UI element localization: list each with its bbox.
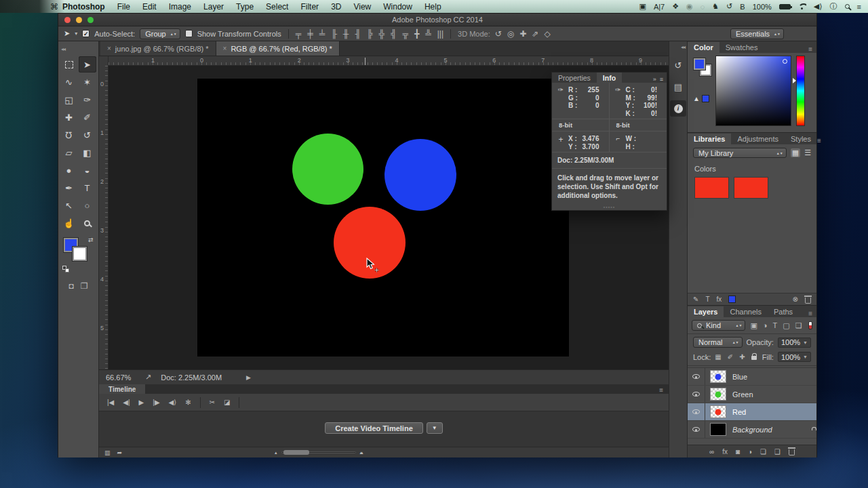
move-tool[interactable]: ➤ — [79, 56, 96, 73]
info-circle-icon[interactable]: ⓘ — [830, 1, 837, 12]
menu-item-help[interactable]: Help — [418, 2, 448, 12]
menu-item-layer[interactable]: Layer — [197, 2, 230, 12]
menu-item-image[interactable]: Image — [163, 2, 197, 12]
color-panel-menu-icon[interactable]: ≡ — [808, 45, 816, 53]
next-frame-icon[interactable]: |▶ — [153, 399, 159, 406]
visibility-cell[interactable] — [688, 386, 705, 403]
tool-preset-caret-icon[interactable]: ▾ — [75, 30, 77, 37]
gamut-warning[interactable]: ▲ — [693, 95, 709, 102]
zoom-tool[interactable] — [79, 215, 96, 231]
library-select[interactable]: My Library ▲▼ — [693, 148, 787, 158]
creative-cloud-icon[interactable]: ◉ — [686, 2, 693, 11]
window-title-bar[interactable]: Adobe Photoshop CC 2014 — [58, 14, 816, 26]
lock-transparency-icon[interactable]: ▦ — [715, 353, 721, 361]
display-mirroring-icon[interactable]: ▣ — [639, 2, 646, 11]
frames-view-icon[interactable]: ▥ — [104, 449, 111, 456]
info-panel-menu-icon[interactable]: ≡ — [660, 76, 663, 83]
ellipse-tool[interactable]: ○ — [79, 197, 96, 214]
expand-panels-icon[interactable]: ◂◂ — [678, 43, 687, 52]
adjustment-layer-icon[interactable]: ◑ — [748, 448, 752, 455]
panel-resize-grip[interactable]: ▪▪▪▪▪ — [552, 205, 667, 210]
adobe-app-7-icon[interactable]: A|7 — [654, 3, 665, 11]
layer-row-background[interactable]: Background — [688, 421, 816, 439]
visibility-eye-icon[interactable] — [692, 374, 700, 379]
battery-icon[interactable] — [779, 4, 791, 9]
visibility-cell[interactable] — [688, 403, 705, 420]
tab-timeline[interactable]: Timeline — [99, 384, 145, 394]
filter-shape-layers-icon[interactable]: ▢ — [783, 321, 789, 330]
tab-swatches[interactable]: Swatches — [719, 42, 764, 53]
hand-tool[interactable]: ☝ — [60, 215, 78, 231]
lock-pixels-icon[interactable]: ✐ — [728, 353, 733, 361]
distribute-top-edges-icon[interactable]: ╠ — [367, 29, 373, 39]
tab-layers[interactable]: Layers — [688, 306, 724, 317]
device-preview-panel-icon[interactable]: ▤ — [670, 79, 686, 95]
tab-color[interactable]: Color — [688, 42, 719, 53]
menu-item-file[interactable]: File — [111, 2, 136, 12]
brush-tool[interactable]: ✐ — [79, 109, 96, 125]
rectangular-marquee-tool[interactable] — [60, 56, 78, 73]
timeline-settings-icon[interactable]: ✻ — [185, 399, 191, 406]
bluetooth-icon[interactable]: Ƀ — [740, 3, 745, 11]
tab-channels[interactable]: Channels — [724, 306, 767, 317]
previous-frame-icon[interactable]: ◀| — [123, 399, 130, 406]
signal-icon[interactable]: ◌ — [701, 3, 705, 11]
layer-thumbnail[interactable] — [710, 423, 726, 436]
lasso-tool[interactable]: ∿ — [60, 74, 78, 90]
history-brush-tool[interactable]: ↺ — [79, 127, 96, 143]
menu-item-view[interactable]: View — [347, 2, 377, 12]
align-bottom-edges-icon[interactable]: ╧ — [319, 29, 326, 39]
timeline-type-dropdown[interactable]: ▼ — [427, 422, 443, 434]
close-tab-icon[interactable]: × — [223, 45, 227, 52]
crop-tool[interactable]: ◱ — [60, 92, 78, 108]
split-clip-icon[interactable]: ✂ — [210, 399, 215, 406]
slider-thumb[interactable] — [283, 450, 309, 455]
layer-mask-icon[interactable]: ◙ — [736, 448, 740, 455]
auto-select-checkbox[interactable]: ✓ — [82, 30, 90, 37]
3d-roll-icon[interactable]: ◎ — [507, 29, 514, 39]
collapse-tools-icon[interactable]: ◂◂ — [58, 45, 65, 54]
add-color-icon[interactable] — [728, 296, 736, 303]
render-video-icon[interactable]: ➦ — [117, 449, 123, 456]
document-tab[interactable]: ×juno.jpg @ 66.7% (RGB/8) * — [100, 41, 216, 56]
layer-style-icon[interactable]: fx — [722, 448, 728, 455]
background-color-swatch[interactable] — [73, 247, 87, 261]
add-layer-style-icon[interactable]: fx — [717, 296, 722, 303]
dodge-tool[interactable]: ◒ — [79, 162, 96, 178]
timeline-zoom-in-icon[interactable]: ▴▴ — [360, 450, 362, 455]
doc-size-status[interactable]: Doc: 2.25M/3.00M — [161, 373, 222, 382]
info-panel-icon[interactable]: i — [670, 100, 686, 117]
close-tab-icon[interactable]: × — [107, 45, 111, 52]
align-top-edges-icon[interactable]: ╤ — [296, 29, 302, 39]
align-vertical-centers-icon[interactable]: ╪ — [307, 29, 313, 39]
collapse-panel-icon[interactable]: » — [653, 76, 656, 83]
healing-brush-tool[interactable]: ✚ — [60, 109, 78, 125]
menu-item-3d[interactable]: 3D — [325, 2, 347, 12]
apple-menu-icon[interactable]: ⌘ — [50, 2, 58, 12]
tab-info[interactable]: Info — [597, 73, 622, 83]
3d-dolly-icon[interactable]: ◇ — [544, 29, 550, 39]
status-options-arrow-icon[interactable]: ▶ — [246, 374, 251, 381]
filter-smart-objects-icon[interactable]: ❏ — [795, 321, 802, 330]
distribute-left-edges-icon[interactable]: ╦ — [402, 29, 408, 39]
distribute-vertical-centers-icon[interactable]: ╬ — [378, 29, 384, 39]
notification-center-icon[interactable]: ≡ — [857, 3, 861, 11]
menu-item-window[interactable]: Window — [377, 2, 418, 12]
libraries-panel-menu-icon[interactable]: ≡ — [817, 137, 825, 144]
link-layers-icon[interactable]: ∞ — [709, 448, 714, 455]
foreground-color-swatch[interactable] — [694, 58, 705, 70]
align-left-edges-icon[interactable]: ╟ — [331, 29, 337, 39]
first-frame-icon[interactable]: |◀ — [107, 399, 114, 406]
ruler-corner[interactable] — [99, 56, 108, 66]
filter-pixel-layers-icon[interactable]: ▣ — [750, 321, 757, 330]
visibility-eye-icon[interactable] — [692, 427, 700, 432]
spotlight-search-icon[interactable] — [845, 4, 850, 9]
add-text-style-icon[interactable]: T — [705, 296, 709, 303]
dropbox-icon[interactable]: ❖ — [672, 2, 679, 11]
hue-slider[interactable] — [796, 56, 805, 126]
3d-slide-icon[interactable]: ⇗ — [532, 29, 538, 39]
library-color-swatch[interactable] — [734, 177, 768, 199]
tab-properties[interactable]: Properties — [552, 73, 597, 83]
layer-thumbnail[interactable] — [710, 370, 726, 383]
menu-item-filter[interactable]: Filter — [294, 2, 325, 12]
